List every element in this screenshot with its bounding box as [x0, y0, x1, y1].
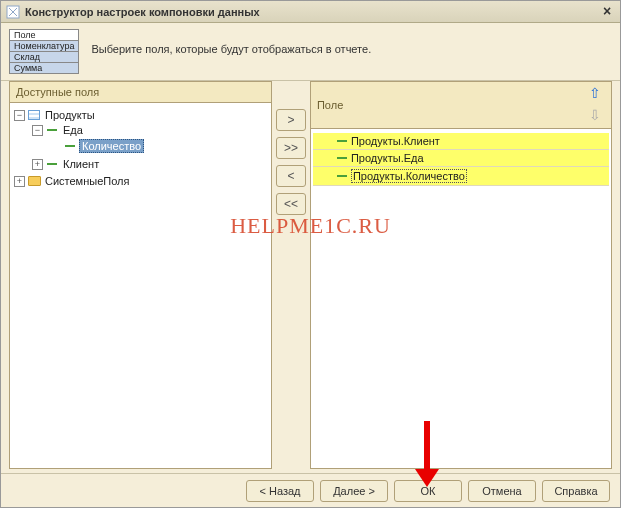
app-icon — [5, 4, 21, 20]
selected-fields-panel: Поле ⇧ ⇩ Продукты.Клиент Продукты.Еда — [310, 81, 612, 469]
folder-icon — [27, 175, 41, 187]
help-button[interactable]: Справка — [542, 480, 610, 502]
move-down-button[interactable]: ⇩ — [587, 108, 603, 124]
titlebar: Конструктор настроек компоновки данных × — [1, 1, 620, 23]
selected-fields-list[interactable]: Продукты.Клиент Продукты.Еда Продукты.Ко… — [311, 129, 611, 468]
legend-row: Номенклатура — [10, 41, 79, 52]
window: Конструктор настроек компоновки данных ×… — [0, 0, 621, 508]
footer: < Назад Далее > ОК Отмена Справка — [1, 473, 620, 507]
tree-node-client[interactable]: + Клиент — [30, 157, 269, 171]
field-icon — [63, 140, 77, 152]
tree-node-system-fields[interactable]: + СистемныеПоля — [12, 174, 269, 188]
legend-row: Сумма — [10, 63, 79, 74]
ok-button[interactable]: ОК — [394, 480, 462, 502]
move-up-button[interactable]: ⇧ — [587, 86, 603, 102]
field-icon — [337, 157, 347, 159]
selected-fields-label: Поле — [317, 99, 579, 111]
tree-node-products[interactable]: − Продукты — [12, 108, 269, 122]
cancel-button[interactable]: Отмена — [468, 480, 536, 502]
legend-field: Поле — [10, 30, 79, 41]
top-area: Поле Номенклатура Склад Сумма Выберите п… — [1, 23, 620, 81]
field-icon — [337, 140, 347, 142]
body: Доступные поля − Продукты — [1, 81, 620, 473]
add-all-button[interactable]: >> — [276, 137, 306, 159]
reorder-controls: ⇧ ⇩ — [587, 86, 605, 124]
window-title: Конструктор настроек компоновки данных — [25, 6, 598, 18]
collapse-icon[interactable]: − — [14, 110, 25, 121]
back-button[interactable]: < Назад — [246, 480, 314, 502]
expand-icon[interactable]: + — [32, 159, 43, 170]
remove-one-button[interactable]: < — [276, 165, 306, 187]
close-button[interactable]: × — [598, 4, 616, 20]
collapse-icon[interactable]: − — [32, 125, 43, 136]
table-icon — [27, 109, 41, 121]
next-button[interactable]: Далее > — [320, 480, 388, 502]
transfer-buttons: > >> < << — [276, 81, 306, 469]
add-one-button[interactable]: > — [276, 109, 306, 131]
field-icon — [45, 124, 59, 136]
hint-text: Выберите поля, которые будут отображатьс… — [91, 29, 371, 55]
legend-table: Поле Номенклатура Склад Сумма — [9, 29, 79, 74]
list-item[interactable]: Продукты.Количество — [313, 167, 609, 186]
remove-all-button[interactable]: << — [276, 193, 306, 215]
available-fields-tree[interactable]: − Продукты − Еда — [10, 103, 271, 468]
available-fields-panel: Доступные поля − Продукты — [9, 81, 272, 469]
content: Поле Номенклатура Склад Сумма Выберите п… — [1, 23, 620, 507]
selected-fields-header: Поле ⇧ ⇩ — [311, 82, 611, 129]
field-icon — [337, 175, 347, 177]
list-item[interactable]: Продукты.Еда — [313, 150, 609, 167]
available-fields-header: Доступные поля — [10, 82, 271, 103]
tree-node-quantity[interactable]: + Количество — [48, 138, 269, 154]
expand-icon[interactable]: + — [14, 176, 25, 187]
list-item[interactable]: Продукты.Клиент — [313, 133, 609, 150]
tree-node-food[interactable]: − Еда — [30, 123, 269, 137]
legend-row: Склад — [10, 52, 79, 63]
field-icon — [45, 158, 59, 170]
